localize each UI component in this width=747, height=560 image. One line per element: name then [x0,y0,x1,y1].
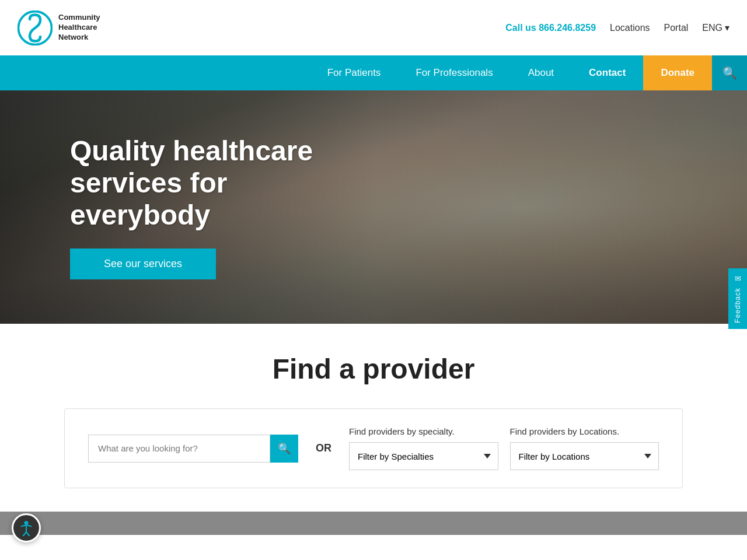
phone-link[interactable]: Call us 866.246.8259 [505,23,596,33]
see-services-button[interactable]: See our services [70,249,216,279]
feedback-label: Feedback [734,288,742,323]
search-icon: 🔍 [278,442,291,455]
nav-contact[interactable]: Contact [571,55,643,90]
find-provider-box: 🔍 OR Find providers by specialty. Filter… [64,408,683,488]
specialty-label: Find providers by specialty. [349,426,498,436]
nav-spacer [0,55,310,90]
location-label: Find providers by Locations. [510,426,659,436]
logo-icon [18,10,53,46]
location-filter-group: Find providers by Locations. Filter by L… [510,426,659,470]
language-selector[interactable]: ENG ▾ [702,22,729,33]
location-select[interactable]: Filter by Locations [510,442,659,470]
feedback-tab-inner[interactable]: ✉ Feedback [728,268,747,329]
accessibility-icon [18,520,34,535]
hero-section: Quality healthcare services for everybod… [0,90,747,324]
search-button[interactable]: 🔍 [270,435,298,463]
feedback-icon: ✉ [735,274,741,283]
hero-content: Quality healthcare services for everybod… [0,90,747,324]
nav-search-button[interactable]: 🔍 [712,55,747,90]
find-provider-title: Find a provider [18,353,729,385]
search-input[interactable] [88,435,270,463]
nav-for-professionals[interactable]: For Professionals [398,55,510,90]
top-bar: Community Healthcare Network Call us 866… [0,0,747,55]
specialty-select[interactable]: Filter by Specialties [349,442,498,470]
specialty-filter-group: Find providers by specialty. Filter by S… [349,426,498,470]
logo-text: Community Healthcare Network [58,13,100,43]
feedback-tab[interactable]: ✉ Feedback [728,268,747,329]
nav-for-patients[interactable]: For Patients [310,55,399,90]
locations-link[interactable]: Locations [610,23,650,33]
hero-title: Quality healthcare services for everybod… [70,135,362,232]
logo-area: Community Healthcare Network [18,10,100,46]
svg-point-1 [25,521,29,525]
find-provider-section: Find a provider 🔍 OR Find providers by s… [0,324,747,512]
portal-link[interactable]: Portal [664,23,689,33]
filter-columns: Find providers by specialty. Filter by S… [349,426,659,470]
or-divider: OR [310,442,337,454]
nav-bar: For Patients For Professionals About Con… [0,55,747,90]
bottom-partial [0,512,747,535]
search-column: 🔍 [88,435,298,463]
search-icon: 🔍 [722,66,737,80]
nav-donate[interactable]: Donate [643,55,712,90]
nav-about[interactable]: About [511,55,571,90]
